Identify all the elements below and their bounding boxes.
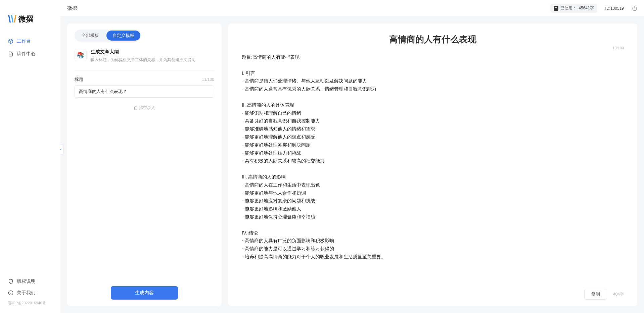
document-icon bbox=[8, 51, 13, 57]
title-input[interactable] bbox=[75, 85, 214, 98]
content: 全部模板 自定义模板 📚 生成文章大纲 输入标题，为你提供文章主体的灵感，并为其… bbox=[60, 17, 644, 313]
nav-label: 工作台 bbox=[17, 38, 31, 44]
template-desc: 输入标题，为你提供文章主体的灵感，并为其创建推文提纲 bbox=[91, 57, 195, 63]
right-footer: 复制 404字 bbox=[242, 284, 624, 300]
nav-item-about[interactable]: 关于我们 bbox=[0, 287, 60, 299]
user-id: ID:100519 bbox=[605, 6, 624, 11]
title-label: 标题 bbox=[75, 76, 83, 83]
logo-mark: \\/ bbox=[8, 13, 16, 25]
divider bbox=[75, 70, 214, 70]
nav: 工作台 稿件中心 bbox=[0, 35, 60, 274]
nav-label: 版权说明 bbox=[17, 278, 36, 284]
copy-button[interactable]: 复制 bbox=[584, 289, 607, 300]
text-icon: T bbox=[554, 6, 558, 11]
nav-label: 稿件中心 bbox=[17, 51, 36, 57]
nav-item-workspace[interactable]: 工作台 bbox=[0, 35, 60, 48]
cube-icon bbox=[8, 39, 13, 44]
chevron-left-icon bbox=[60, 148, 62, 151]
shield-icon bbox=[8, 279, 13, 284]
template-title: 生成文章大纲 bbox=[91, 49, 195, 55]
clear-input-button[interactable]: 清空录入 bbox=[75, 105, 214, 111]
template-thumb-icon: 📚 bbox=[75, 49, 87, 61]
topbar: 微撰 T 已使用： 45641字 ID:100519 bbox=[60, 0, 644, 17]
usage-value: 45641字 bbox=[579, 5, 594, 11]
power-icon[interactable] bbox=[632, 6, 637, 11]
usage-label: 已使用： bbox=[560, 5, 577, 11]
sidebar: \\/ 微撰 工作台 稿件中心 版权说明 bbox=[0, 0, 60, 313]
doc-title-row: 高情商的人有什么表现 10/100 bbox=[242, 34, 624, 45]
doc-body[interactable]: 题目:高情商的人有哪些表现 I. 引言 - 高情商是指人们处理情绪、与他人互动以… bbox=[242, 53, 624, 284]
title-label-row: 标题 11/100 bbox=[75, 76, 214, 83]
sidebar-bottom: 版权说明 关于我们 鄂ICP备2022016946号 bbox=[0, 274, 60, 313]
doc-title-count: 10/100 bbox=[612, 46, 624, 50]
generate-button[interactable]: 生成内容 bbox=[111, 286, 178, 300]
clear-label: 清空录入 bbox=[139, 105, 155, 111]
right-panel: 高情商的人有什么表现 10/100 题目:高情商的人有哪些表现 I. 引言 - … bbox=[228, 23, 637, 306]
nav-item-copyright[interactable]: 版权说明 bbox=[0, 276, 60, 287]
topbar-title: 微撰 bbox=[67, 5, 77, 11]
template-card: 📚 生成文章大纲 输入标题，为你提供文章主体的灵感，并为其创建推文提纲 bbox=[75, 49, 214, 63]
topbar-right: T 已使用： 45641字 ID:100519 bbox=[550, 4, 637, 13]
left-panel: 全部模板 自定义模板 📚 生成文章大纲 输入标题，为你提供文章主体的灵感，并为其… bbox=[67, 23, 222, 306]
nav-item-drafts[interactable]: 稿件中心 bbox=[0, 48, 60, 60]
nav-label: 关于我们 bbox=[17, 290, 36, 296]
tab-custom-templates[interactable]: 自定义模板 bbox=[106, 31, 140, 41]
info-icon bbox=[8, 290, 13, 296]
trash-icon bbox=[134, 106, 138, 110]
collapse-handle[interactable] bbox=[60, 144, 64, 154]
title-char-count: 11/100 bbox=[202, 77, 214, 82]
usage-pill[interactable]: T 已使用： 45641字 bbox=[550, 4, 597, 13]
template-tabs: 全部模板 自定义模板 bbox=[75, 30, 141, 42]
main: 微撰 T 已使用： 45641字 ID:100519 全部模板 bbox=[60, 0, 644, 313]
tab-all-templates[interactable]: 全部模板 bbox=[76, 31, 105, 41]
body-char-count: 404字 bbox=[613, 292, 624, 297]
icp-text: 鄂ICP备2022016946号 bbox=[0, 299, 60, 310]
logo-text: 微撰 bbox=[18, 14, 33, 24]
logo: \\/ 微撰 bbox=[0, 10, 60, 35]
doc-title[interactable]: 高情商的人有什么表现 bbox=[242, 34, 624, 45]
